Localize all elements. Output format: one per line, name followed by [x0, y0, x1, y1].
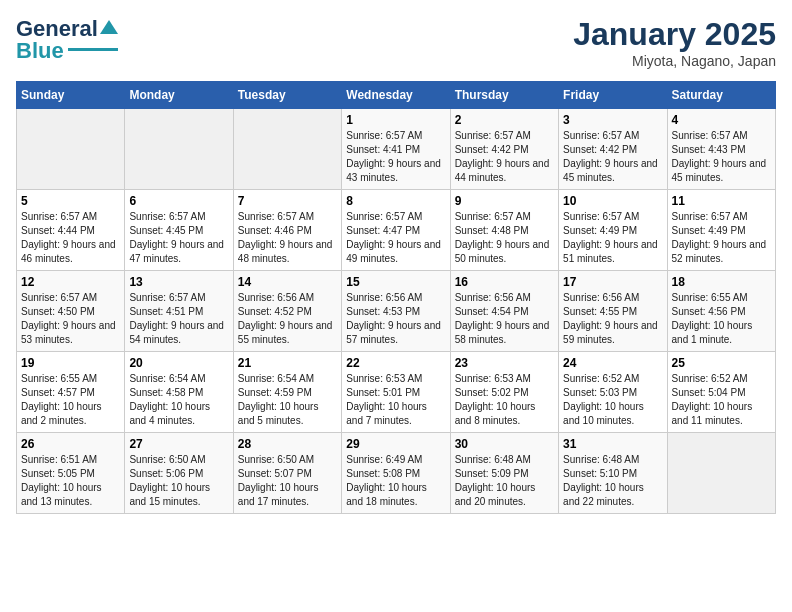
calendar-cell: 8Sunrise: 6:57 AM Sunset: 4:47 PM Daylig… [342, 190, 450, 271]
calendar-cell [17, 109, 125, 190]
day-number: 30 [455, 437, 554, 451]
day-number: 20 [129, 356, 228, 370]
day-info: Sunrise: 6:55 AM Sunset: 4:57 PM Dayligh… [21, 372, 120, 428]
calendar-cell: 20Sunrise: 6:54 AM Sunset: 4:58 PM Dayli… [125, 352, 233, 433]
calendar-cell: 27Sunrise: 6:50 AM Sunset: 5:06 PM Dayli… [125, 433, 233, 514]
day-number: 11 [672, 194, 771, 208]
calendar-cell [233, 109, 341, 190]
day-number: 4 [672, 113, 771, 127]
day-info: Sunrise: 6:57 AM Sunset: 4:51 PM Dayligh… [129, 291, 228, 347]
day-info: Sunrise: 6:54 AM Sunset: 4:58 PM Dayligh… [129, 372, 228, 428]
day-info: Sunrise: 6:52 AM Sunset: 5:03 PM Dayligh… [563, 372, 662, 428]
day-info: Sunrise: 6:57 AM Sunset: 4:46 PM Dayligh… [238, 210, 337, 266]
calendar-body: 1Sunrise: 6:57 AM Sunset: 4:41 PM Daylig… [17, 109, 776, 514]
calendar-table: SundayMondayTuesdayWednesdayThursdayFrid… [16, 81, 776, 514]
day-number: 8 [346, 194, 445, 208]
day-number: 18 [672, 275, 771, 289]
day-info: Sunrise: 6:56 AM Sunset: 4:52 PM Dayligh… [238, 291, 337, 347]
week-row-3: 12Sunrise: 6:57 AM Sunset: 4:50 PM Dayli… [17, 271, 776, 352]
weekday-header-tuesday: Tuesday [233, 82, 341, 109]
calendar-cell: 10Sunrise: 6:57 AM Sunset: 4:49 PM Dayli… [559, 190, 667, 271]
calendar-cell: 24Sunrise: 6:52 AM Sunset: 5:03 PM Dayli… [559, 352, 667, 433]
logo: General Blue [16, 16, 118, 64]
day-info: Sunrise: 6:57 AM Sunset: 4:47 PM Dayligh… [346, 210, 445, 266]
calendar-cell: 11Sunrise: 6:57 AM Sunset: 4:49 PM Dayli… [667, 190, 775, 271]
calendar-cell: 17Sunrise: 6:56 AM Sunset: 4:55 PM Dayli… [559, 271, 667, 352]
day-info: Sunrise: 6:51 AM Sunset: 5:05 PM Dayligh… [21, 453, 120, 509]
logo-blue: Blue [16, 38, 64, 64]
day-info: Sunrise: 6:57 AM Sunset: 4:45 PM Dayligh… [129, 210, 228, 266]
week-row-5: 26Sunrise: 6:51 AM Sunset: 5:05 PM Dayli… [17, 433, 776, 514]
day-number: 26 [21, 437, 120, 451]
day-number: 22 [346, 356, 445, 370]
day-info: Sunrise: 6:56 AM Sunset: 4:55 PM Dayligh… [563, 291, 662, 347]
day-number: 27 [129, 437, 228, 451]
day-info: Sunrise: 6:57 AM Sunset: 4:48 PM Dayligh… [455, 210, 554, 266]
calendar-cell: 29Sunrise: 6:49 AM Sunset: 5:08 PM Dayli… [342, 433, 450, 514]
day-number: 16 [455, 275, 554, 289]
day-number: 28 [238, 437, 337, 451]
day-number: 25 [672, 356, 771, 370]
day-number: 23 [455, 356, 554, 370]
day-info: Sunrise: 6:57 AM Sunset: 4:44 PM Dayligh… [21, 210, 120, 266]
day-number: 31 [563, 437, 662, 451]
day-info: Sunrise: 6:49 AM Sunset: 5:08 PM Dayligh… [346, 453, 445, 509]
weekday-header-saturday: Saturday [667, 82, 775, 109]
week-row-2: 5Sunrise: 6:57 AM Sunset: 4:44 PM Daylig… [17, 190, 776, 271]
calendar-cell: 19Sunrise: 6:55 AM Sunset: 4:57 PM Dayli… [17, 352, 125, 433]
logo-icon [100, 18, 118, 36]
day-number: 5 [21, 194, 120, 208]
day-number: 24 [563, 356, 662, 370]
day-info: Sunrise: 6:52 AM Sunset: 5:04 PM Dayligh… [672, 372, 771, 428]
calendar-cell: 3Sunrise: 6:57 AM Sunset: 4:42 PM Daylig… [559, 109, 667, 190]
calendar-cell: 14Sunrise: 6:56 AM Sunset: 4:52 PM Dayli… [233, 271, 341, 352]
weekday-header-sunday: Sunday [17, 82, 125, 109]
day-number: 19 [21, 356, 120, 370]
day-info: Sunrise: 6:48 AM Sunset: 5:10 PM Dayligh… [563, 453, 662, 509]
weekday-header-thursday: Thursday [450, 82, 558, 109]
day-number: 3 [563, 113, 662, 127]
day-number: 15 [346, 275, 445, 289]
calendar-cell [667, 433, 775, 514]
svg-marker-0 [100, 20, 118, 34]
weekday-header-monday: Monday [125, 82, 233, 109]
calendar-cell: 25Sunrise: 6:52 AM Sunset: 5:04 PM Dayli… [667, 352, 775, 433]
day-info: Sunrise: 6:50 AM Sunset: 5:06 PM Dayligh… [129, 453, 228, 509]
calendar-cell: 28Sunrise: 6:50 AM Sunset: 5:07 PM Dayli… [233, 433, 341, 514]
calendar-cell: 31Sunrise: 6:48 AM Sunset: 5:10 PM Dayli… [559, 433, 667, 514]
week-row-4: 19Sunrise: 6:55 AM Sunset: 4:57 PM Dayli… [17, 352, 776, 433]
day-number: 6 [129, 194, 228, 208]
calendar-cell: 15Sunrise: 6:56 AM Sunset: 4:53 PM Dayli… [342, 271, 450, 352]
logo-underline [68, 48, 118, 51]
day-number: 13 [129, 275, 228, 289]
calendar-cell: 4Sunrise: 6:57 AM Sunset: 4:43 PM Daylig… [667, 109, 775, 190]
day-number: 21 [238, 356, 337, 370]
calendar-cell: 26Sunrise: 6:51 AM Sunset: 5:05 PM Dayli… [17, 433, 125, 514]
day-info: Sunrise: 6:57 AM Sunset: 4:42 PM Dayligh… [455, 129, 554, 185]
day-number: 29 [346, 437, 445, 451]
day-info: Sunrise: 6:53 AM Sunset: 5:02 PM Dayligh… [455, 372, 554, 428]
day-number: 2 [455, 113, 554, 127]
day-info: Sunrise: 6:54 AM Sunset: 4:59 PM Dayligh… [238, 372, 337, 428]
calendar-cell: 30Sunrise: 6:48 AM Sunset: 5:09 PM Dayli… [450, 433, 558, 514]
calendar-cell: 22Sunrise: 6:53 AM Sunset: 5:01 PM Dayli… [342, 352, 450, 433]
calendar-cell: 18Sunrise: 6:55 AM Sunset: 4:56 PM Dayli… [667, 271, 775, 352]
weekday-header-wednesday: Wednesday [342, 82, 450, 109]
day-info: Sunrise: 6:55 AM Sunset: 4:56 PM Dayligh… [672, 291, 771, 347]
location-subtitle: Miyota, Nagano, Japan [573, 53, 776, 69]
calendar-cell: 16Sunrise: 6:56 AM Sunset: 4:54 PM Dayli… [450, 271, 558, 352]
day-info: Sunrise: 6:57 AM Sunset: 4:43 PM Dayligh… [672, 129, 771, 185]
calendar-cell: 6Sunrise: 6:57 AM Sunset: 4:45 PM Daylig… [125, 190, 233, 271]
calendar-cell: 5Sunrise: 6:57 AM Sunset: 4:44 PM Daylig… [17, 190, 125, 271]
calendar-cell: 13Sunrise: 6:57 AM Sunset: 4:51 PM Dayli… [125, 271, 233, 352]
day-info: Sunrise: 6:56 AM Sunset: 4:54 PM Dayligh… [455, 291, 554, 347]
calendar-cell: 12Sunrise: 6:57 AM Sunset: 4:50 PM Dayli… [17, 271, 125, 352]
day-number: 7 [238, 194, 337, 208]
day-info: Sunrise: 6:57 AM Sunset: 4:49 PM Dayligh… [563, 210, 662, 266]
day-info: Sunrise: 6:57 AM Sunset: 4:42 PM Dayligh… [563, 129, 662, 185]
day-number: 17 [563, 275, 662, 289]
day-info: Sunrise: 6:48 AM Sunset: 5:09 PM Dayligh… [455, 453, 554, 509]
day-info: Sunrise: 6:57 AM Sunset: 4:50 PM Dayligh… [21, 291, 120, 347]
day-info: Sunrise: 6:56 AM Sunset: 4:53 PM Dayligh… [346, 291, 445, 347]
calendar-cell: 23Sunrise: 6:53 AM Sunset: 5:02 PM Dayli… [450, 352, 558, 433]
